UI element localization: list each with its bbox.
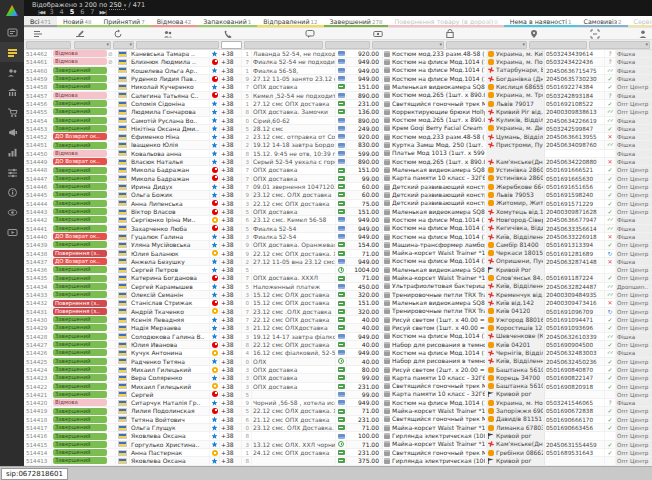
pager-page-5[interactable]: 5 bbox=[70, 9, 75, 16]
pager-page-6[interactable]: 6 bbox=[80, 9, 84, 16]
table-row[interactable]: 514422 Завершений Михаил Гилецький +38 3… bbox=[24, 383, 652, 391]
table-row[interactable]: 514447 Завершений Микола Бадражан +38 7 … bbox=[24, 175, 652, 183]
tab-Прийнятий[interactable]: Прийнятий7 bbox=[98, 16, 151, 27]
pager-page-7[interactable]: 7 bbox=[90, 9, 94, 16]
table-row[interactable]: 514429 Завершений Надія Мерзаева +38 3 2… bbox=[24, 324, 652, 332]
table-row[interactable]: 514440 ДО Возврат ок.. Гуцалюк Галина +3… bbox=[24, 233, 652, 241]
table-row[interactable]: 514450 Відмова Ковальова анна +38 8 15.1… bbox=[24, 150, 652, 158]
sidebar-item-reports[interactable] bbox=[0, 142, 24, 162]
sidebar-item-video[interactable] bbox=[0, 222, 24, 242]
table-row[interactable]: 514459 Завершений Руденко Лидия Пав.. +3… bbox=[24, 75, 652, 83]
pager-first-icon[interactable]: |◀◀ bbox=[38, 9, 44, 16]
table-row[interactable]: 514446 Завершений Ирина Дидух +38 7 09.0… bbox=[24, 183, 652, 191]
filter-name[interactable] bbox=[136, 41, 219, 49]
table-row[interactable]: 514431 Повернення (з.. Андрій Ткаченко +… bbox=[24, 308, 652, 316]
sidebar-item-cart[interactable] bbox=[0, 102, 24, 122]
table-row[interactable]: 514420 Відмова Ситарчук Наталія Гр.. +38… bbox=[24, 399, 652, 407]
tracking-icon[interactable] bbox=[590, 29, 600, 39]
table-row[interactable]: 514444 Завершений Анна Липенська +38 3 2… bbox=[24, 200, 652, 208]
table-row[interactable]: 514456 Завершений Соломія Сідоніна +38 1… bbox=[24, 100, 652, 108]
filter-status[interactable] bbox=[74, 41, 111, 49]
filter-product[interactable] bbox=[372, 41, 444, 49]
table-row[interactable]: 514437 ДО Возврат ок.. Анжела Безушку +3… bbox=[24, 258, 652, 266]
table-row[interactable]: 514455 Завершений Людмила Гончарова +38 … bbox=[24, 108, 652, 116]
comment-icon[interactable] bbox=[305, 29, 315, 39]
table-row[interactable]: 514436 Завершений Сергей Петров +38 5 10… bbox=[24, 266, 652, 274]
tab-Запакований[interactable]: Запакований1 bbox=[197, 16, 257, 27]
call-status-icon[interactable] bbox=[113, 29, 123, 39]
filter-country[interactable] bbox=[113, 41, 134, 49]
products-icon[interactable] bbox=[445, 29, 455, 39]
table-row[interactable]: 514430 Завершений Ксенія Левадняя +38 7 … bbox=[24, 316, 652, 324]
table-row[interactable]: 514442 Завершений Сергіюнко Іріна Ми.. +… bbox=[24, 216, 652, 224]
table-row[interactable]: 514454 Завершений Самотій Руслана Во.. +… bbox=[24, 117, 652, 125]
table-row[interactable]: 514457 Відмова Салегина Татьяна С.. +38 … bbox=[24, 92, 652, 100]
sidebar-item-marketing[interactable] bbox=[0, 122, 24, 142]
sidebar-item-theme[interactable] bbox=[0, 202, 24, 222]
filter-city[interactable] bbox=[446, 41, 527, 49]
orders-list-icon[interactable] bbox=[33, 29, 43, 39]
status-edit-icon[interactable] bbox=[75, 29, 85, 39]
tab-Сервіси[interactable]: Сервіси0 bbox=[628, 16, 652, 27]
tab-Нема в наявності[interactable]: Нема в наявності1 bbox=[504, 16, 578, 27]
table-row[interactable]: 514448 Завершений Микола Бадражан +38 7 … bbox=[24, 166, 652, 174]
filter-tracking[interactable] bbox=[529, 41, 587, 49]
location-icon[interactable] bbox=[529, 29, 539, 39]
pager-last-icon[interactable]: ▶▶| bbox=[99, 9, 105, 16]
table-row[interactable]: 514415 Завершений Горгулько Христина.. +… bbox=[24, 441, 652, 449]
per-page-dropdown[interactable]: 250 ▾ bbox=[109, 1, 126, 10]
sidebar-item-companies[interactable] bbox=[0, 82, 24, 102]
pager-page-4[interactable]: 4 bbox=[60, 9, 64, 16]
filter-comment[interactable] bbox=[244, 41, 323, 49]
table-row[interactable]: 514462 Відмова ⊘ Каневська Тамара .. +38… bbox=[24, 50, 652, 58]
table-row[interactable]: 514425 Завершений Радченко Тетяна +38 0 … bbox=[24, 358, 652, 366]
table-row[interactable]: 514461 Відмова ⊘ Близнюк Людмила .. +38 … bbox=[24, 58, 652, 66]
table-row[interactable]: 514453 Завершений Нікітіна Оксана Дми.. … bbox=[24, 125, 652, 133]
table-row[interactable]: 514414 Завершений Анна Пастернак +38 1 2… bbox=[24, 449, 652, 457]
table-row[interactable]: 514435 Завершений Катерина Богданова +38… bbox=[24, 274, 652, 282]
pager-page-3[interactable]: 3 bbox=[49, 9, 53, 16]
tab-Всі[interactable]: Всі471 bbox=[24, 16, 57, 27]
tab-Самовивіз[interactable]: Самовивіз2 bbox=[578, 16, 628, 27]
table-row[interactable]: 514441 Завершений Захарченко Люба +38 5 … bbox=[24, 225, 652, 233]
tab-Новий[interactable]: Новий48 bbox=[57, 16, 97, 27]
sidebar-item-forms[interactable] bbox=[0, 22, 24, 42]
table-row[interactable]: 514438 Повернення (з.. Юлия Баланюк +38 … bbox=[24, 250, 652, 258]
table-row[interactable]: 514434 Завершений Сергей Карамышев +38 5… bbox=[24, 283, 652, 291]
phone-icon[interactable] bbox=[223, 29, 233, 39]
sidebar-item-info[interactable] bbox=[0, 182, 24, 202]
table-row[interactable]: 514445 Завершений Ольга Божик +38 9 23.1… bbox=[24, 191, 652, 199]
table-row[interactable]: 514439 Завершений Уляна Мусійовська +38 … bbox=[24, 241, 652, 249]
table-row[interactable]: 514449 ДО Возврат ок.. Власюк Наталья +3… bbox=[24, 158, 652, 166]
table-row[interactable]: 514413 Завершений Яковлева Оксана +38 8 … bbox=[24, 457, 652, 465]
tab-Повернення товару (в дорозі)[interactable]: Повернення товару (в дорозі)0 bbox=[388, 16, 503, 27]
manager-icon[interactable] bbox=[638, 29, 648, 39]
clients-icon[interactable] bbox=[163, 29, 173, 39]
table-row[interactable]: 514418 Завершений Тетяна Войтович +38 6 … bbox=[24, 416, 652, 424]
table-row[interactable]: 514452 ДО Возврат ок.. Єфименко Ніна +38… bbox=[24, 133, 652, 141]
table-row[interactable]: 514424 Завершений Михаил Гилецький +38 3… bbox=[24, 366, 652, 374]
table-row[interactable]: 514416 Завершений Яковлева Оксана +38 8 … bbox=[24, 432, 652, 440]
tab-Відмова[interactable]: Відмова42 bbox=[151, 16, 198, 27]
table-row[interactable]: 514443 Завершений Віктор Власов +38 5 ОП… bbox=[24, 208, 652, 216]
payment-icon[interactable] bbox=[373, 29, 383, 39]
filter-phone-input[interactable] bbox=[221, 41, 242, 49]
table-row[interactable]: 514451 Завершений Іващенко Юлія +38 2 19… bbox=[24, 141, 652, 149]
sidebar-item-clients[interactable] bbox=[0, 62, 24, 82]
table-row[interactable]: 514428 Завершений Солодюкова Галина В.. … bbox=[24, 333, 652, 341]
table-row[interactable]: 514433 Завершений Олексій Семанін +38 3 … bbox=[24, 291, 652, 299]
table-row[interactable]: 514423 Завершений Вера Соляренко +38 3 О… bbox=[24, 374, 652, 382]
table-row[interactable]: 514458 Завершений Николай Кучеренко +38 … bbox=[24, 83, 652, 91]
sidebar-item-settings[interactable] bbox=[0, 162, 24, 182]
tab-Завершений[interactable]: Завершений278 bbox=[324, 16, 389, 27]
table-row[interactable]: 514417 Завершений Ольга Глущук +38 0 23.… bbox=[24, 424, 652, 432]
tab-Відправлений[interactable]: Відправлений12 bbox=[257, 16, 323, 27]
table-row[interactable]: 514427 Завершений Юлия Иванова +38 8 22.… bbox=[24, 341, 652, 349]
filter-source[interactable] bbox=[589, 41, 650, 49]
table-row[interactable]: 514426 Завершений Кучук Антонина +38 4 1… bbox=[24, 349, 652, 357]
table-row[interactable]: 514460 Завершений Кошелева Ольга Ар.. +3… bbox=[24, 67, 652, 75]
table-row[interactable]: 514421 Завершений Сергей +38 5 99.00 Кар… bbox=[24, 391, 652, 399]
filter-id[interactable] bbox=[26, 41, 71, 49]
table-row[interactable]: 514432 Повернення (з.. Станіслав Стрижак… bbox=[24, 299, 652, 307]
table-row[interactable]: 514419 Завершений Лилия Подолинская +38 … bbox=[24, 407, 652, 415]
